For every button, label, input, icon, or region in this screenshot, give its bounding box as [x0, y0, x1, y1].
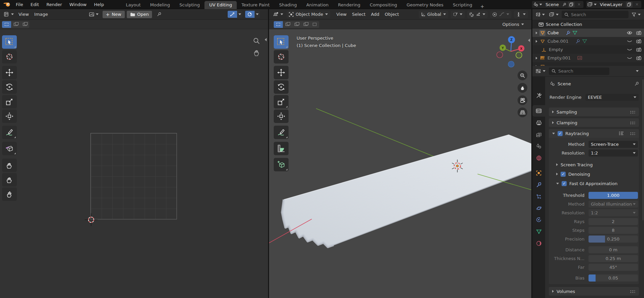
select-mode-set[interactable] — [274, 21, 283, 28]
tab-constraints[interactable] — [532, 214, 545, 225]
vp-tool-scale[interactable] — [274, 95, 289, 109]
uv-tool-rip-region[interactable] — [2, 142, 17, 155]
gi-method-dropdown[interactable]: Global Illumination — [589, 201, 638, 208]
vp-tool-transform[interactable] — [274, 110, 289, 123]
uv-snapping-toggle[interactable] — [228, 11, 242, 18]
pin-id-icon[interactable] — [634, 81, 639, 86]
tab-layout[interactable]: Layout — [121, 1, 145, 9]
menu-file[interactable]: File — [12, 0, 27, 9]
pin-image-icon[interactable] — [157, 12, 162, 17]
menu-render[interactable]: Render — [43, 0, 66, 9]
tab-sculpting[interactable]: Sculpting — [175, 1, 204, 9]
properties-search[interactable] — [549, 68, 609, 75]
camera-view-button[interactable] — [518, 95, 527, 105]
hide-eye-closed-icon[interactable] — [627, 48, 632, 51]
uv-proportional-editing-toggle[interactable] — [245, 11, 260, 18]
hide-eye-closed-icon[interactable] — [627, 56, 632, 60]
properties-editor-type-button[interactable] — [534, 68, 547, 74]
plank-object[interactable] — [282, 135, 531, 247]
disable-render-icon[interactable] — [636, 56, 641, 60]
image-data-icon[interactable] — [577, 56, 582, 60]
tab-texture-paint[interactable]: Texture Paint — [237, 1, 274, 9]
panel-raytracing[interactable]: ✓ Raytracing — [549, 129, 639, 138]
outliner-search-input[interactable] — [571, 12, 626, 17]
threshold-slider[interactable]: 1.000 — [589, 192, 638, 199]
tab-particles[interactable] — [532, 191, 545, 202]
tab-geometry-nodes[interactable]: Geometry Nodes — [402, 1, 448, 9]
select-mode-difference[interactable] — [301, 21, 310, 28]
gizmo-y-axis[interactable]: Y — [500, 45, 506, 51]
panel-volumes[interactable]: Volumes — [549, 287, 639, 296]
vp-collapse-arrow[interactable] — [528, 39, 530, 42]
vp-tool-rotate[interactable] — [274, 80, 289, 94]
mesh-data-icon[interactable] — [582, 39, 587, 43]
uv-tool-rotate[interactable] — [2, 80, 17, 94]
drag-grip[interactable] — [630, 132, 636, 135]
tab-physics[interactable] — [532, 203, 545, 214]
tab-shading[interactable]: Shading — [274, 1, 302, 9]
tab-world[interactable] — [532, 152, 545, 164]
options-dropdown[interactable]: Options — [502, 22, 527, 27]
uv-tool-pinch[interactable] — [2, 187, 17, 201]
vp-tool-cursor[interactable] — [274, 50, 289, 63]
denoising-checkbox[interactable]: ✓ — [561, 172, 566, 177]
gizmo-minus-y[interactable] — [516, 52, 522, 58]
uv-zoom-icon[interactable] — [253, 37, 260, 45]
drag-grip[interactable] — [630, 111, 636, 114]
zoom-button[interactable] — [518, 71, 527, 80]
uv-tool-select-box[interactable] — [2, 35, 17, 49]
transform-orientation-selector[interactable]: Global — [419, 11, 448, 18]
vp-tool-select-box[interactable] — [274, 35, 289, 49]
scene-selector[interactable]: Scene × — [532, 1, 583, 8]
uv-tool-transform[interactable] — [2, 110, 17, 123]
open-image-button[interactable]: Open — [127, 11, 152, 18]
outliner-row-cube[interactable]: Cube — [532, 29, 644, 37]
uv-pan-icon[interactable] — [253, 49, 260, 57]
rt-resolution-dropdown[interactable]: 1:2 — [589, 150, 638, 157]
uv-tool-scale[interactable] — [2, 95, 17, 109]
uv-editor-type-button[interactable] — [2, 11, 16, 18]
rays-field[interactable]: 2 — [589, 218, 638, 225]
uv-2d-cursor[interactable] — [84, 213, 98, 227]
tab-material[interactable] — [532, 238, 545, 249]
visibility-filter-controls[interactable] — [514, 11, 528, 18]
outliner-search[interactable] — [562, 11, 629, 18]
select-mode-subtract[interactable] — [292, 21, 301, 28]
outliner-row-empty[interactable]: Empty — [532, 45, 644, 54]
tab-modeling[interactable]: Modeling — [145, 1, 175, 9]
vp-menu-view[interactable]: View — [334, 10, 349, 18]
disable-render-icon[interactable] — [636, 31, 641, 35]
subpanel-denoising[interactable]: ✓ Denoising — [549, 170, 639, 178]
pin-icon[interactable] — [562, 2, 567, 7]
expand-icon[interactable] — [536, 57, 537, 59]
select-mode-extend[interactable] — [283, 21, 292, 28]
orthographic-toggle-button[interactable] — [518, 108, 527, 117]
raytracing-checkbox[interactable]: ✓ — [558, 131, 563, 136]
vp-tool-measure[interactable] — [274, 142, 289, 155]
vp-tool-annotate[interactable] — [274, 126, 289, 139]
uv-tool-annotate[interactable] — [2, 126, 17, 139]
tab-object-data[interactable] — [532, 226, 545, 237]
properties-options-chevron[interactable] — [636, 70, 639, 72]
outliner-row-cube-001[interactable]: Cube.001 — [532, 37, 644, 45]
vp-menu-select[interactable]: Select — [349, 10, 368, 18]
uv-editor-canvas[interactable] — [0, 29, 268, 298]
presets-list-icon[interactable] — [619, 131, 624, 135]
gizmo-minus-z[interactable] — [508, 61, 514, 67]
new-image-button[interactable]: + New — [103, 11, 125, 18]
blender-logo-icon[interactable] — [3, 2, 11, 7]
view-layer-selector[interactable]: ViewLayer × — [586, 1, 641, 8]
tab-scripting[interactable]: Scripting — [448, 1, 477, 9]
rt-method-dropdown[interactable]: Screen-Trace — [589, 141, 638, 148]
tab-rendering[interactable]: Rendering — [333, 1, 365, 9]
hide-eye-icon[interactable] — [627, 31, 632, 35]
modifier-wrench-icon[interactable] — [566, 31, 570, 35]
proportional-editing-controls[interactable] — [490, 11, 512, 18]
unlink-scene-button[interactable]: × — [576, 2, 582, 7]
tab-scene[interactable] — [532, 140, 545, 152]
panel-clamping[interactable]: Clamping — [549, 118, 639, 127]
drag-grip[interactable] — [630, 290, 636, 293]
new-view-layer-button[interactable] — [626, 2, 633, 7]
tab-view-layer[interactable] — [532, 129, 545, 140]
subpanel-fast-gi[interactable]: ✓ Fast GI Approximation — [549, 179, 639, 187]
